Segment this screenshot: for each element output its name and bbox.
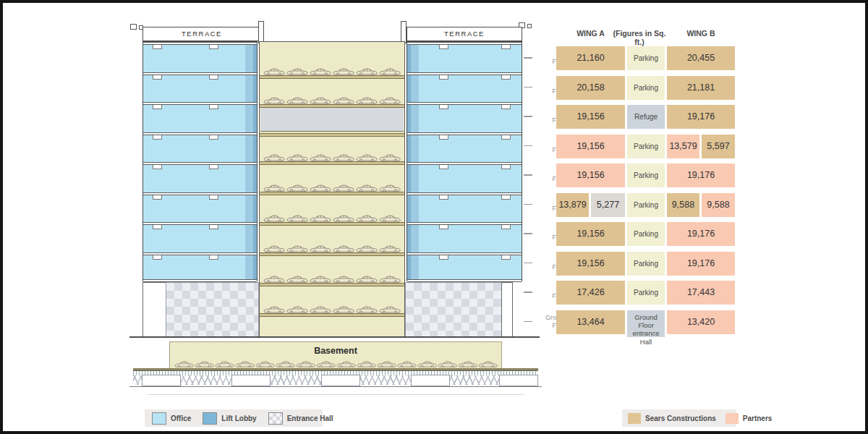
parking-car-row — [260, 244, 404, 252]
ceiling-notch — [209, 135, 218, 140]
ceiling-notch — [439, 165, 448, 169]
core-parapet-left — [258, 21, 264, 43]
pink-swatch — [726, 413, 739, 424]
car-icon — [333, 184, 354, 192]
car-icon — [333, 245, 354, 252]
wing-b-cell: 5,597 — [702, 135, 735, 158]
legend-item-tan: Sears Constructions — [628, 413, 716, 424]
terrace-left-label: TERRACE — [182, 30, 222, 38]
ceiling-notch — [153, 105, 162, 109]
wing-a-cell: 20,158 — [556, 76, 625, 100]
podium-wall-left — [142, 282, 166, 337]
wing-a-cell: 5,277 — [591, 193, 625, 217]
car-icon — [286, 245, 308, 252]
table-row: 9thFloor21,160Parking20,455 — [522, 46, 736, 70]
car-icon — [356, 245, 378, 252]
middle-cell: Refuge Area — [627, 105, 665, 129]
refuge-area-band — [260, 106, 404, 132]
middle-cell: Parking — [627, 76, 665, 100]
parking-car-row — [260, 184, 404, 192]
car-icon — [438, 361, 457, 367]
wing-a-cell: 13,464 — [556, 310, 625, 334]
car-icon — [286, 154, 308, 161]
car-icon — [316, 361, 336, 367]
floor-tick — [524, 233, 532, 234]
wing-b-cell: 21,181 — [667, 76, 735, 100]
ceiling-notch — [153, 255, 162, 260]
wing-b-cell: 9,588 — [667, 193, 699, 217]
units-header: (Figures in Sq. ft.) — [613, 29, 666, 46]
parking-slab — [260, 252, 404, 256]
floor-tick — [524, 145, 532, 147]
car-icon — [263, 68, 285, 75]
lift-lobby-strip — [245, 42, 257, 281]
legend-item-pink: Partners — [726, 413, 773, 424]
floor-tick — [524, 263, 532, 264]
car-icon — [310, 245, 331, 252]
ceiling-notch — [153, 225, 162, 229]
foundation-footing — [321, 375, 360, 386]
table-row: GroundFloor13,464Ground Floor entrance H… — [522, 310, 736, 334]
car-icon — [333, 276, 354, 283]
car-icon — [263, 276, 285, 283]
core-parapet-right — [401, 21, 407, 43]
wing-b-cell: 19,176 — [667, 252, 735, 276]
foundation-footing — [411, 375, 450, 386]
ceiling-notch — [209, 105, 218, 109]
car-icon — [310, 154, 331, 161]
legend-item-office: Office — [152, 412, 191, 425]
wing-b-cell: 9,588 — [702, 193, 735, 217]
legend-item-lift: Lift Lobby — [203, 412, 256, 425]
foundation-footing — [142, 375, 181, 386]
car-icon — [310, 68, 331, 75]
lift-swatch — [203, 412, 217, 425]
car-icon — [379, 184, 401, 192]
ceiling-notch — [439, 105, 448, 109]
middle-cell: Parking — [627, 252, 665, 276]
parking-car-row — [260, 275, 404, 283]
ceiling-notch — [153, 165, 162, 169]
wing-a-cell: 19,156 — [556, 163, 625, 187]
car-icon — [310, 97, 331, 104]
parking-slab — [260, 133, 404, 137]
car-icon — [356, 276, 378, 283]
car-icon — [286, 215, 308, 222]
middle-cell: Parking — [627, 281, 665, 305]
car-icon — [417, 361, 437, 367]
car-icon — [379, 245, 401, 252]
parking-slab — [260, 104, 404, 108]
car-icon — [356, 184, 378, 192]
table-row: 4thFloor13,8795,277Parking9,5889,588 — [522, 193, 736, 217]
wing-b-cell: 19,176 — [667, 222, 735, 246]
terrace-right-label: TERRACE — [444, 30, 485, 38]
floor-tick — [524, 321, 532, 323]
ceiling-notch — [439, 45, 448, 49]
table-row: 1stFloor17,426Parking17,443 — [522, 281, 736, 305]
car-icon — [333, 215, 354, 222]
wing-a-cell: 21,160 — [556, 46, 625, 70]
basement-block: Basement — [169, 341, 502, 369]
roof-bracket-left — [130, 24, 137, 30]
entrance-swatch — [268, 412, 283, 425]
table-row: 8thFloor20,158Parking21,181 — [522, 76, 736, 100]
ceiling-notch — [209, 225, 218, 229]
car-icon — [379, 154, 401, 161]
middle-cell: Parking — [627, 163, 665, 187]
wing-b-cell: 19,176 — [667, 105, 735, 129]
car-icon — [195, 361, 214, 367]
car-icon — [356, 68, 378, 75]
floor-tick — [524, 116, 532, 117]
wing-a-cell: 19,156 — [556, 252, 625, 276]
ceiling-notch — [439, 225, 448, 229]
car-icon — [296, 361, 315, 367]
car-icon — [215, 361, 234, 367]
ceiling-notch — [501, 195, 511, 200]
infographic-canvas: TERRACE TERRACE Basement — [0, 0, 868, 434]
ceiling-notch — [501, 165, 511, 169]
ground-line — [129, 336, 540, 338]
car-icon — [263, 97, 285, 104]
car-icon — [397, 361, 417, 367]
car-icon — [379, 306, 401, 313]
car-icon — [356, 97, 378, 104]
parking-slab — [260, 222, 404, 226]
